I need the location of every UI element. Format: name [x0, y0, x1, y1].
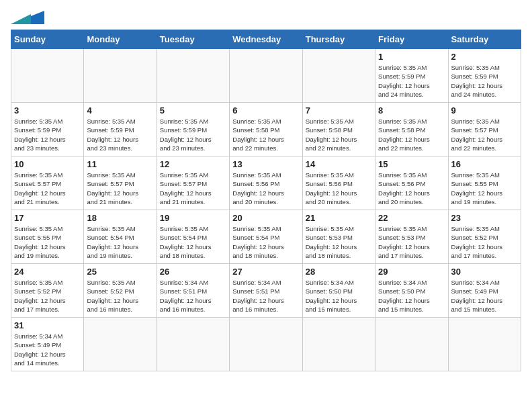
day-info: Sunrise: 5:35 AM Sunset: 5:54 PM Dayligh… [160, 224, 226, 260]
calendar-cell: 30Sunrise: 5:34 AM Sunset: 5:49 PM Dayli… [448, 264, 521, 318]
day-number: 26 [160, 267, 226, 277]
calendar-cell [84, 318, 157, 371]
calendar-week-0: 1Sunrise: 5:35 AM Sunset: 5:59 PM Daylig… [11, 49, 521, 103]
day-number: 8 [378, 105, 445, 116]
calendar-cell: 1Sunrise: 5:35 AM Sunset: 5:59 PM Daylig… [375, 49, 448, 103]
day-number: 6 [232, 105, 299, 116]
dow-header-friday: Friday [375, 30, 448, 49]
calendar-cell: 29Sunrise: 5:34 AM Sunset: 5:50 PM Dayli… [375, 264, 448, 318]
calendar-cell: 14Sunrise: 5:35 AM Sunset: 5:56 PM Dayli… [302, 156, 375, 210]
day-number: 23 [451, 213, 518, 223]
calendar-cell: 3Sunrise: 5:35 AM Sunset: 5:59 PM Daylig… [11, 103, 84, 156]
dow-header-wednesday: Wednesday [230, 30, 302, 49]
day-number: 17 [14, 213, 81, 223]
day-info: Sunrise: 5:35 AM Sunset: 5:54 PM Dayligh… [232, 224, 299, 260]
calendar-cell: 26Sunrise: 5:34 AM Sunset: 5:51 PM Dayli… [157, 264, 229, 318]
day-info: Sunrise: 5:35 AM Sunset: 5:55 PM Dayligh… [14, 224, 81, 260]
day-info: Sunrise: 5:35 AM Sunset: 5:57 PM Dayligh… [160, 171, 226, 206]
day-info: Sunrise: 5:34 AM Sunset: 5:50 PM Dayligh… [378, 278, 445, 314]
day-number: 7 [306, 105, 372, 116]
calendar-cell: 22Sunrise: 5:35 AM Sunset: 5:53 PM Dayli… [375, 210, 448, 264]
dow-header-monday: Monday [84, 30, 157, 49]
day-info: Sunrise: 5:35 AM Sunset: 5:56 PM Dayligh… [306, 171, 372, 206]
calendar-week-1: 3Sunrise: 5:35 AM Sunset: 5:59 PM Daylig… [11, 103, 521, 156]
day-info: Sunrise: 5:35 AM Sunset: 5:57 PM Dayligh… [87, 171, 153, 206]
calendar-cell: 24Sunrise: 5:35 AM Sunset: 5:52 PM Dayli… [11, 264, 84, 318]
logo-icon [11, 11, 44, 24]
day-info: Sunrise: 5:35 AM Sunset: 5:52 PM Dayligh… [87, 278, 153, 314]
calendar-cell: 21Sunrise: 5:35 AM Sunset: 5:53 PM Dayli… [302, 210, 375, 264]
day-number: 24 [14, 267, 81, 277]
day-info: Sunrise: 5:34 AM Sunset: 5:50 PM Dayligh… [306, 278, 372, 314]
day-number: 14 [306, 159, 372, 169]
calendar-cell: 23Sunrise: 5:35 AM Sunset: 5:52 PM Dayli… [448, 210, 521, 264]
day-info: Sunrise: 5:35 AM Sunset: 5:52 PM Dayligh… [451, 224, 518, 260]
day-number: 1 [378, 52, 445, 62]
day-info: Sunrise: 5:35 AM Sunset: 5:52 PM Dayligh… [14, 278, 81, 314]
calendar-cell [375, 318, 448, 371]
day-number: 11 [87, 159, 153, 169]
day-info: Sunrise: 5:35 AM Sunset: 5:59 PM Dayligh… [14, 117, 81, 152]
calendar-week-3: 17Sunrise: 5:35 AM Sunset: 5:55 PM Dayli… [11, 210, 521, 264]
calendar-cell: 11Sunrise: 5:35 AM Sunset: 5:57 PM Dayli… [84, 156, 157, 210]
day-info: Sunrise: 5:35 AM Sunset: 5:57 PM Dayligh… [14, 171, 81, 206]
day-number: 21 [306, 213, 372, 223]
day-number: 15 [378, 159, 445, 169]
calendar-cell: 25Sunrise: 5:35 AM Sunset: 5:52 PM Dayli… [84, 264, 157, 318]
day-info: Sunrise: 5:35 AM Sunset: 5:53 PM Dayligh… [378, 224, 445, 260]
calendar-cell [302, 318, 375, 371]
calendar-cell: 18Sunrise: 5:35 AM Sunset: 5:54 PM Dayli… [84, 210, 157, 264]
day-info: Sunrise: 5:35 AM Sunset: 5:54 PM Dayligh… [87, 224, 153, 260]
day-number: 18 [87, 213, 153, 223]
day-number: 22 [378, 213, 445, 223]
day-number: 9 [451, 105, 518, 116]
day-number: 4 [87, 105, 153, 116]
day-number: 19 [160, 213, 226, 223]
calendar-week-2: 10Sunrise: 5:35 AM Sunset: 5:57 PM Dayli… [11, 156, 521, 210]
calendar-table: SundayMondayTuesdayWednesdayThursdayFrid… [11, 30, 521, 371]
day-info: Sunrise: 5:35 AM Sunset: 5:58 PM Dayligh… [232, 117, 299, 152]
page-header [11, 11, 521, 24]
day-number: 30 [451, 267, 518, 277]
day-info: Sunrise: 5:35 AM Sunset: 5:56 PM Dayligh… [378, 171, 445, 206]
day-number: 29 [378, 267, 445, 277]
calendar-cell: 19Sunrise: 5:35 AM Sunset: 5:54 PM Dayli… [157, 210, 229, 264]
day-info: Sunrise: 5:35 AM Sunset: 5:58 PM Dayligh… [378, 117, 445, 152]
day-info: Sunrise: 5:35 AM Sunset: 5:59 PM Dayligh… [160, 117, 226, 152]
calendar-cell: 17Sunrise: 5:35 AM Sunset: 5:55 PM Dayli… [11, 210, 84, 264]
calendar-cell: 6Sunrise: 5:35 AM Sunset: 5:58 PM Daylig… [230, 103, 302, 156]
calendar-cell [157, 49, 229, 103]
calendar-week-5: 31Sunrise: 5:34 AM Sunset: 5:49 PM Dayli… [11, 318, 521, 371]
calendar-cell: 31Sunrise: 5:34 AM Sunset: 5:49 PM Dayli… [11, 318, 84, 371]
calendar-week-4: 24Sunrise: 5:35 AM Sunset: 5:52 PM Dayli… [11, 264, 521, 318]
calendar-cell [11, 49, 84, 103]
svg-marker-1 [11, 14, 31, 24]
day-info: Sunrise: 5:35 AM Sunset: 5:59 PM Dayligh… [378, 63, 445, 99]
day-info: Sunrise: 5:35 AM Sunset: 5:58 PM Dayligh… [306, 117, 372, 152]
day-number: 10 [14, 159, 81, 169]
day-number: 25 [87, 267, 153, 277]
dow-header-saturday: Saturday [448, 30, 521, 49]
calendar-cell: 7Sunrise: 5:35 AM Sunset: 5:58 PM Daylig… [302, 103, 375, 156]
day-number: 28 [306, 267, 372, 277]
day-info: Sunrise: 5:34 AM Sunset: 5:51 PM Dayligh… [160, 278, 226, 314]
calendar-cell [302, 49, 375, 103]
day-info: Sunrise: 5:34 AM Sunset: 5:49 PM Dayligh… [14, 332, 81, 367]
day-info: Sunrise: 5:35 AM Sunset: 5:59 PM Dayligh… [87, 117, 153, 152]
day-number: 20 [232, 213, 299, 223]
day-number: 5 [160, 105, 226, 116]
calendar-cell: 28Sunrise: 5:34 AM Sunset: 5:50 PM Dayli… [302, 264, 375, 318]
calendar-cell: 8Sunrise: 5:35 AM Sunset: 5:58 PM Daylig… [375, 103, 448, 156]
day-info: Sunrise: 5:35 AM Sunset: 5:56 PM Dayligh… [232, 171, 299, 206]
calendar-cell [230, 318, 302, 371]
calendar-cell [448, 318, 521, 371]
dow-header-sunday: Sunday [11, 30, 84, 49]
day-number: 2 [451, 52, 518, 62]
calendar-cell: 15Sunrise: 5:35 AM Sunset: 5:56 PM Dayli… [375, 156, 448, 210]
calendar-cell: 20Sunrise: 5:35 AM Sunset: 5:54 PM Dayli… [230, 210, 302, 264]
calendar-cell: 9Sunrise: 5:35 AM Sunset: 5:57 PM Daylig… [448, 103, 521, 156]
day-number: 27 [232, 267, 299, 277]
day-info: Sunrise: 5:34 AM Sunset: 5:49 PM Dayligh… [451, 278, 518, 314]
calendar-cell [230, 49, 302, 103]
calendar-cell: 16Sunrise: 5:35 AM Sunset: 5:55 PM Dayli… [448, 156, 521, 210]
